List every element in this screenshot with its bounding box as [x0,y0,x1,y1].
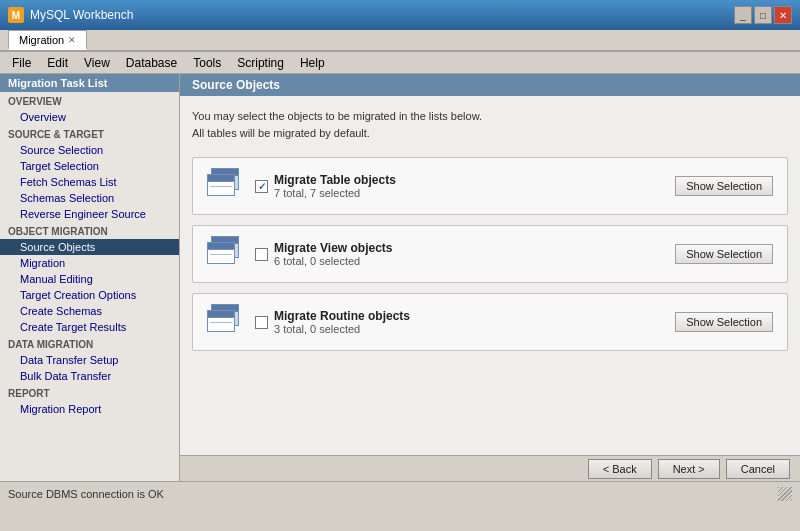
sidebar-section-source-target: SOURCE & TARGET [0,125,179,142]
migrate-view-title: Migrate View objects [274,241,392,255]
sidebar-item-migration[interactable]: Migration [0,255,179,271]
minimize-button[interactable]: _ [734,6,752,24]
main-layout: Migration Task List OVERVIEW Overview SO… [0,74,800,481]
menu-scripting[interactable]: Scripting [229,54,292,72]
description-line1: You may select the objects to be migrate… [192,110,482,122]
sidebar-item-create-schemas[interactable]: Create Schemas [0,303,179,319]
migrate-card-view: Migrate View objects 6 total, 0 selected… [192,225,788,283]
migrate-view-checkbox[interactable] [255,248,268,261]
sidebar-item-source-objects[interactable]: Source Objects [0,239,179,255]
menu-database[interactable]: Database [118,54,185,72]
view-icon-front [207,242,235,264]
app-icon: M [8,7,24,23]
sidebar-item-target-selection[interactable]: Target Selection [0,158,179,174]
content-area: Source Objects You may select the object… [180,74,800,481]
sidebar-item-manual-editing[interactable]: Manual Editing [0,271,179,287]
status-right [778,487,792,501]
migrate-view-text: Migrate View objects 6 total, 0 selected [274,241,392,267]
content-description: You may select the objects to be migrate… [192,108,788,141]
back-button[interactable]: < Back [588,459,652,479]
show-selection-view-button[interactable]: Show Selection [675,244,773,264]
window-title: MySQL Workbench [30,8,734,22]
sidebar-section-object-migration: OBJECT MIGRATION [0,222,179,239]
description-line2: All tables will be migrated by default. [192,127,370,139]
content-body: You may select the objects to be migrate… [180,96,800,455]
migrate-routine-title: Migrate Routine objects [274,309,410,323]
sidebar-item-reverse-engineer[interactable]: Reverse Engineer Source [0,206,179,222]
sidebar-header: Migration Task List [0,74,179,92]
resize-grip-icon [778,487,792,501]
migrate-routine-label[interactable]: Migrate Routine objects 3 total, 0 selec… [255,309,663,335]
migrate-routine-text: Migrate Routine objects 3 total, 0 selec… [274,309,410,335]
migrate-routine-sub: 3 total, 0 selected [274,323,410,335]
migrate-table-label[interactable]: Migrate Table objects 7 total, 7 selecte… [255,173,663,199]
migrate-card-table: Migrate Table objects 7 total, 7 selecte… [192,157,788,215]
table-icon [207,168,243,204]
sidebar: Migration Task List OVERVIEW Overview SO… [0,74,180,481]
migrate-card-routine: Migrate Routine objects 3 total, 0 selec… [192,293,788,351]
migrate-table-title: Migrate Table objects [274,173,396,187]
close-button[interactable]: ✕ [774,6,792,24]
sidebar-item-schemas-selection[interactable]: Schemas Selection [0,190,179,206]
status-text: Source DBMS connection is OK [8,488,164,500]
content-header: Source Objects [180,74,800,96]
show-selection-routine-button[interactable]: Show Selection [675,312,773,332]
sidebar-section-data-migration: DATA MIGRATION [0,335,179,352]
cancel-button[interactable]: Cancel [726,459,790,479]
tab-migration[interactable]: Migration ✕ [8,30,87,50]
title-bar: M MySQL Workbench _ □ ✕ [0,0,800,30]
status-bar: Source DBMS connection is OK [0,481,800,505]
migrate-routine-checkbox[interactable] [255,316,268,329]
migrate-table-checkbox[interactable] [255,180,268,193]
sidebar-item-data-transfer-setup[interactable]: Data Transfer Setup [0,352,179,368]
sidebar-item-bulk-data-transfer[interactable]: Bulk Data Transfer [0,368,179,384]
migrate-table-text: Migrate Table objects 7 total, 7 selecte… [274,173,396,199]
menu-help[interactable]: Help [292,54,333,72]
maximize-button[interactable]: □ [754,6,772,24]
tab-label: Migration [19,34,64,46]
bottom-bar: < Back Next > Cancel [180,455,800,481]
sidebar-item-target-creation-options[interactable]: Target Creation Options [0,287,179,303]
tab-close-icon[interactable]: ✕ [68,35,76,45]
sidebar-item-fetch-schemas[interactable]: Fetch Schemas List [0,174,179,190]
tab-bar: Migration ✕ [0,30,800,52]
view-icon [207,236,243,272]
menu-view[interactable]: View [76,54,118,72]
sidebar-item-migration-report[interactable]: Migration Report [0,401,179,417]
migrate-view-label[interactable]: Migrate View objects 6 total, 0 selected [255,241,663,267]
sidebar-item-source-selection[interactable]: Source Selection [0,142,179,158]
routine-icon [207,304,243,340]
migrate-table-sub: 7 total, 7 selected [274,187,396,199]
menu-tools[interactable]: Tools [185,54,229,72]
window-controls: _ □ ✕ [734,6,792,24]
table-icon-front [207,174,235,196]
sidebar-item-create-target-results[interactable]: Create Target Results [0,319,179,335]
sidebar-item-overview[interactable]: Overview [0,109,179,125]
menu-edit[interactable]: Edit [39,54,76,72]
menu-file[interactable]: File [4,54,39,72]
sidebar-section-report: REPORT [0,384,179,401]
show-selection-table-button[interactable]: Show Selection [675,176,773,196]
migrate-view-sub: 6 total, 0 selected [274,255,392,267]
sidebar-section-overview: OVERVIEW [0,92,179,109]
routine-icon-front [207,310,235,332]
next-button[interactable]: Next > [658,459,720,479]
menu-bar: File Edit View Database Tools Scripting … [0,52,800,74]
